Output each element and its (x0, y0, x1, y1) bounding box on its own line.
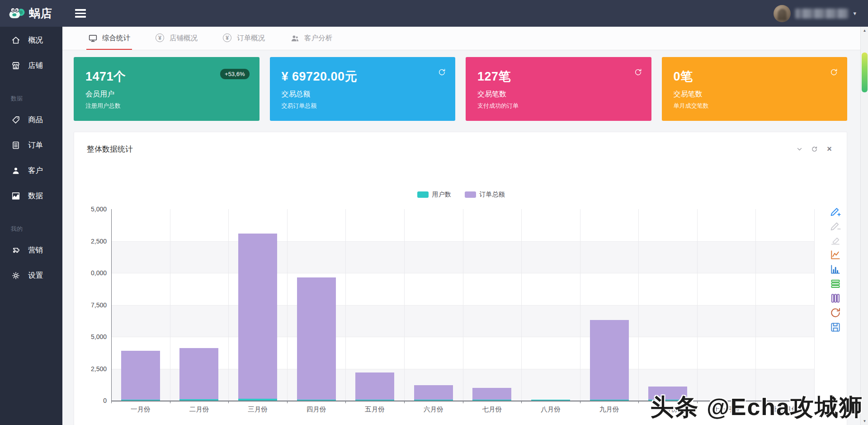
active-tab-underline (86, 49, 132, 50)
chart-toolbox (830, 205, 841, 333)
bar-user-count-四月份[interactable] (297, 400, 336, 401)
scroll-up-arrow-icon[interactable]: ▲ (861, 27, 868, 34)
y-tick-label: 7,500 (80, 301, 107, 309)
bar-order-amount-一月份[interactable] (121, 351, 160, 401)
tab-order-overview[interactable]: ¥订单概况 (223, 27, 265, 50)
tab-shop-overview[interactable]: ¥店铺概况 (156, 27, 198, 50)
stat-card-members: 1471个+53,6%会员用户注册用户总数 (74, 57, 259, 121)
chart-legend: 用户数订单总额 (74, 191, 848, 199)
stat-title: 会员用户 (85, 90, 248, 99)
bar-order-amount-九月份[interactable] (590, 320, 629, 401)
growth-badge: +53,6% (220, 69, 249, 79)
sidebar-item-goods[interactable]: 商品 (0, 107, 62, 133)
sidebar-section-label: 数据 (0, 78, 62, 107)
x-axis-tick (170, 401, 170, 403)
vertical-scrollbar[interactable]: ▲ ▼ (860, 27, 868, 425)
y-tick-label: 5,000 (80, 205, 107, 213)
gridline-v (345, 209, 346, 401)
bar-order-amount-四月份[interactable] (297, 277, 336, 401)
legend-swatch (465, 191, 476, 198)
sidebar-item-data[interactable]: 数据 (0, 183, 62, 209)
toolbox-save-icon[interactable] (830, 321, 841, 333)
user-avatar[interactable] (774, 5, 791, 22)
toolbox-pencil-add-icon[interactable] (830, 205, 841, 217)
sidebar-nav: 概况店铺数据商品订单客户数据我的营销设置 (0, 27, 62, 425)
gridline-v (755, 209, 756, 401)
sidebar-toggle-hamburger-icon[interactable] (72, 6, 89, 20)
legend-item[interactable]: 用户数 (417, 191, 451, 199)
gridline-v (404, 209, 405, 401)
tag-icon (11, 115, 21, 125)
tab-summary[interactable]: 综合统计 (88, 27, 130, 50)
sidebar-item-overview[interactable]: 概况 (0, 28, 62, 53)
refresh-icon[interactable] (811, 145, 818, 153)
toolbox-line-chart-icon[interactable] (830, 249, 841, 261)
x-tick-label: 二月份 (170, 405, 229, 414)
bar-user-count-七月份[interactable] (472, 400, 511, 401)
gridline-v (814, 209, 815, 401)
bar-user-count-一月份[interactable] (121, 400, 160, 401)
stat-subtitle: 注册用户总数 (85, 102, 248, 110)
bar-user-count-九月份[interactable] (590, 400, 629, 401)
chevron-down-icon: ▾ (853, 10, 856, 17)
bar-user-count-八月份[interactable] (531, 400, 570, 401)
brand-name: 蜗店 (29, 6, 52, 21)
x-axis-tick (521, 401, 522, 403)
refresh-icon[interactable] (830, 68, 838, 76)
bar-order-amount-六月份[interactable] (414, 385, 453, 401)
user-menu[interactable]: ▾ (774, 0, 856, 27)
bar-order-amount-二月份[interactable] (179, 348, 218, 401)
tab-customer-analysis[interactable]: 客户分析 (290, 27, 332, 50)
home-icon (11, 35, 21, 45)
gridline-v (170, 209, 170, 401)
y-tick-label: 0,000 (80, 269, 107, 277)
bar-user-count-五月份[interactable] (355, 400, 394, 401)
gridline-v (228, 209, 229, 401)
toolbox-eraser-icon[interactable] (830, 234, 841, 246)
y-axis-line (111, 209, 112, 401)
monitor-icon (88, 33, 98, 43)
app-root: 蜗店 ▾ 概况店铺数据商品订单客户数据我的营销设置 综合统计¥店铺概况¥订单概况… (0, 0, 868, 425)
gear-icon (11, 271, 21, 281)
sidebar-item-label: 商品 (28, 115, 43, 125)
gridline-v (463, 209, 463, 401)
sidebar-item-marketing[interactable]: 营销 (0, 238, 62, 263)
bar-order-amount-三月份[interactable] (238, 234, 277, 401)
y-tick-label: 5,000 (80, 333, 107, 340)
scrollbar-thumb[interactable] (862, 53, 868, 92)
stat-cards-row: 1471个+53,6%会员用户注册用户总数¥ 69720.00元交易总额交易订单… (74, 57, 847, 121)
legend-item[interactable]: 订单总额 (465, 191, 505, 199)
chevron-down-icon[interactable] (796, 145, 803, 153)
toolbox-stack-icon[interactable] (830, 278, 841, 290)
legend-label: 订单总额 (480, 191, 505, 199)
tab-label: 店铺概况 (170, 33, 198, 43)
toolbox-bar-chart-icon[interactable] (830, 263, 841, 275)
bar-order-amount-五月份[interactable] (355, 372, 394, 401)
bar-user-count-三月份[interactable] (238, 399, 277, 401)
sidebar-item-orders[interactable]: 订单 (0, 133, 62, 158)
refresh-icon[interactable] (438, 68, 446, 76)
sidebar-item-shop[interactable]: 店铺 (0, 53, 62, 78)
refresh-icon[interactable] (634, 68, 642, 76)
sidebar-item-customers[interactable]: 客户 (0, 158, 62, 183)
toolbox-restore-icon[interactable] (830, 307, 841, 319)
area-chart-icon (11, 191, 21, 201)
sidebar-item-label: 数据 (28, 191, 43, 201)
x-tick-label: 六月份 (404, 405, 463, 414)
chart-plot-area[interactable]: 5,0002,5000,0007,5005,0002,5000一月份二月份三月份… (111, 209, 814, 401)
gridline-v (287, 209, 288, 401)
bar-user-count-二月份[interactable] (179, 399, 218, 401)
toolbox-tiled-icon[interactable] (830, 292, 841, 304)
toolbox-pencil-minus-icon[interactable] (830, 220, 841, 232)
yen-circle-icon: ¥ (223, 33, 232, 43)
sidebar-item-label: 客户 (28, 166, 43, 176)
main-content: 综合统计¥店铺概况¥订单概况客户分析 1471个+53,6%会员用户注册用户总数… (62, 27, 860, 425)
puzzle-icon (11, 245, 21, 255)
bar-user-count-六月份[interactable] (414, 400, 453, 401)
x-tick-label: 七月份 (463, 405, 522, 414)
sidebar-item-settings[interactable]: 设置 (0, 263, 62, 288)
close-icon[interactable]: × (826, 145, 833, 153)
yen-circle-icon: ¥ (156, 33, 165, 43)
bar-order-amount-七月份[interactable] (472, 388, 511, 401)
x-axis-tick (111, 401, 112, 403)
